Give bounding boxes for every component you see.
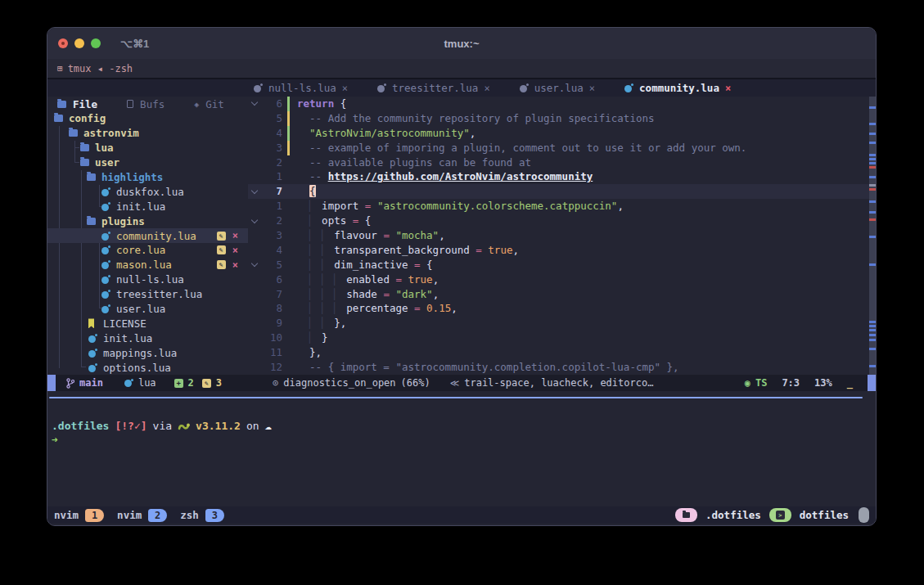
tree-item-astronvim[interactable]: astronvim [47, 126, 248, 141]
fold-column [248, 243, 261, 258]
tree-item-community-lua[interactable]: community.lua✎× [47, 228, 248, 243]
tree-item-duskfox-lua[interactable]: duskfox.lua [47, 184, 248, 199]
code-line[interactable]: 2 -- available plugins can be found at [248, 155, 869, 170]
close-buffer-icon[interactable]: × [232, 259, 238, 271]
buffer-tab-label: user.lua [534, 82, 584, 94]
close-buffer-icon[interactable]: × [232, 230, 238, 241]
tree-item-lua[interactable]: lua [47, 141, 248, 155]
tree-item-label: mason.lua [116, 259, 172, 271]
tree-item-init-lua[interactable]: init.lua [47, 331, 248, 345]
tree-item-mappings-lua[interactable]: mappings.lua [47, 345, 248, 360]
line-number: 2 [261, 214, 287, 228]
close-buffer-icon[interactable]: × [232, 245, 238, 256]
code-line[interactable]: 5 ▏ ▏ dim_inactive = { [248, 258, 869, 272]
tmux-session-path: .dotfiles [705, 509, 761, 521]
close-buffer-icon[interactable]: × [484, 83, 489, 94]
code-line[interactable]: 5 -- Add the community repository of plu… [248, 111, 869, 126]
code-line-current[interactable]: 7 { [248, 184, 869, 199]
mode-indicator-block-right [868, 375, 876, 391]
neotree-sidebar: File Bufs ◈ Git configastronvimluauserhi… [47, 97, 248, 375]
fold-column[interactable] [248, 97, 261, 111]
code-line[interactable]: 9 ▏ ▏ }, [248, 316, 869, 331]
buffer-tab-user[interactable]: user.lua × [520, 82, 595, 94]
git-sign-column [287, 155, 291, 170]
prompt-arrow[interactable]: ➜ [52, 434, 876, 448]
code-line[interactable]: 1 -- https://github.com/AstroNvim/astroc… [248, 169, 869, 184]
diagnostics-status[interactable]: ⊙ diagnostics_on_open (66%) [273, 377, 430, 389]
tmux-window-nvim-2[interactable]: nvim2 [117, 509, 167, 522]
lsp-clients: ≪ trail-space, luacheck, editorco… [450, 377, 654, 389]
fold-column[interactable] [248, 184, 261, 199]
scrollbar-mark-blue [869, 123, 876, 125]
buffer-tab-label: null-ls.lua [268, 82, 336, 94]
terminal-window: ⌥⌘1 tmux:~ ⊞ tmux ◂ -zsh null-ls.lua × t… [47, 27, 877, 526]
code-line[interactable]: 11 }, [248, 345, 869, 360]
code-line[interactable]: 8 ▏ ▏ ▏ percentage = 0.15, [248, 301, 869, 316]
tree-item-mason-lua[interactable]: mason.lua✎× [47, 258, 248, 272]
tree-item-user-lua[interactable]: user.lua [47, 302, 248, 317]
tmux-window-nvim-1[interactable]: nvim1 [54, 509, 104, 522]
tree-item-init-lua[interactable]: init.lua [47, 199, 248, 214]
code-line[interactable]: 3 -- example of imporing a plugin, comme… [248, 141, 869, 155]
code-line[interactable]: 6 ▏ ▏ ▏ enabled = true, [248, 272, 869, 287]
tree-item-null-ls-lua[interactable]: null-ls.lua [47, 272, 248, 287]
buffer-tab-community-active[interactable]: community.lua × [624, 82, 731, 94]
code-text: ▏ ▏ transparent_background = true, [291, 243, 869, 258]
tree-item-LICENSE[interactable]: LICENSE [47, 316, 248, 331]
tree-item-label: treesitter.lua [116, 288, 202, 300]
folder-icon [683, 512, 690, 518]
shell-pane[interactable]: .dotfiles [!?✓] via v3.11.2 on ☁ ➜ [47, 398, 876, 506]
fold-column [248, 316, 261, 331]
iterm-tab-label[interactable]: tmux ◂ -zsh [68, 63, 133, 74]
fold-column[interactable] [248, 214, 261, 228]
close-buffer-icon[interactable]: × [342, 83, 348, 94]
tree-item-user[interactable]: user [47, 155, 248, 170]
code-line[interactable]: 6return { [248, 97, 869, 111]
tree-item-options-lua[interactable]: options.lua [47, 360, 248, 375]
sidebar-tab-bufs[interactable]: Bufs [127, 98, 165, 110]
code-line[interactable]: 2 ▏ opts = { [248, 214, 869, 228]
sidebar-tab-label: Bufs [140, 98, 165, 110]
git-added-value: 2 [188, 377, 194, 389]
tree-item-core-lua[interactable]: core.lua✎× [47, 243, 248, 258]
lua-file-icon [101, 304, 110, 313]
line-number: 3 [261, 141, 287, 155]
fold-column[interactable] [248, 258, 261, 272]
scrollbar-mark-blue [869, 263, 876, 266]
tmux-window-zsh-3[interactable]: zsh3 [180, 509, 224, 522]
code-line[interactable]: 4 "AstroNvim/astrocommunity", [248, 126, 869, 141]
git-sign-column [287, 126, 291, 141]
code-line[interactable]: 1 ▏ import = "astrocommunity.colorscheme… [248, 199, 869, 214]
editor-scrollbar[interactable] [869, 97, 876, 375]
git-sign-column [287, 97, 291, 111]
code-line[interactable]: 4 ▏ ▏ transparent_background = true, [248, 243, 869, 258]
buffer-tab-treesitter[interactable]: treesitter.lua × [377, 82, 490, 94]
close-buffer-icon[interactable]: × [589, 83, 595, 94]
buffer-tab-null-ls[interactable]: null-ls.lua × [254, 82, 348, 94]
iterm-tab-bar[interactable]: ⊞ tmux ◂ -zsh [47, 59, 876, 79]
scrollbar-mark-blue [869, 211, 876, 214]
editor-pane[interactable]: 6return {5 -- Add the community reposito… [248, 97, 869, 375]
close-buffer-icon[interactable]: × [725, 83, 731, 94]
tree-item-treesitter-lua[interactable]: treesitter.lua [47, 287, 248, 302]
code-line[interactable]: 3 ▏ ▏ flavour = "mocha", [248, 228, 869, 243]
cursor-position: 7:3 [782, 377, 800, 389]
git-branch[interactable]: main [66, 377, 103, 389]
code-line[interactable]: 7 ▏ ▏ ▏ shade = "dark", [248, 287, 869, 302]
sidebar-tab-git[interactable]: ◈ Git [194, 98, 224, 110]
tree-item-highlights[interactable]: highlights [47, 170, 248, 185]
git-changed-count: ✎ 3 [202, 377, 222, 389]
fold-chevron-icon [251, 99, 258, 106]
lua-file-icon [88, 334, 97, 343]
code-line[interactable]: 12 -- { import = "astrocommunity.complet… [248, 360, 869, 375]
scrollbar-mark-blue [869, 162, 876, 164]
treesitter-label: TS [755, 377, 767, 389]
sidebar-tab-file[interactable]: File [57, 98, 97, 110]
code-line[interactable]: 10 ▏ } [248, 331, 869, 345]
git-sign-column [287, 345, 291, 360]
code-text: ▏ opts = { [291, 214, 869, 228]
tree-item-plugins[interactable]: plugins [47, 214, 248, 228]
lua-file-icon [101, 202, 110, 211]
tree-item-config[interactable]: config [47, 111, 248, 126]
scrollbar-mark-blue [869, 154, 876, 156]
